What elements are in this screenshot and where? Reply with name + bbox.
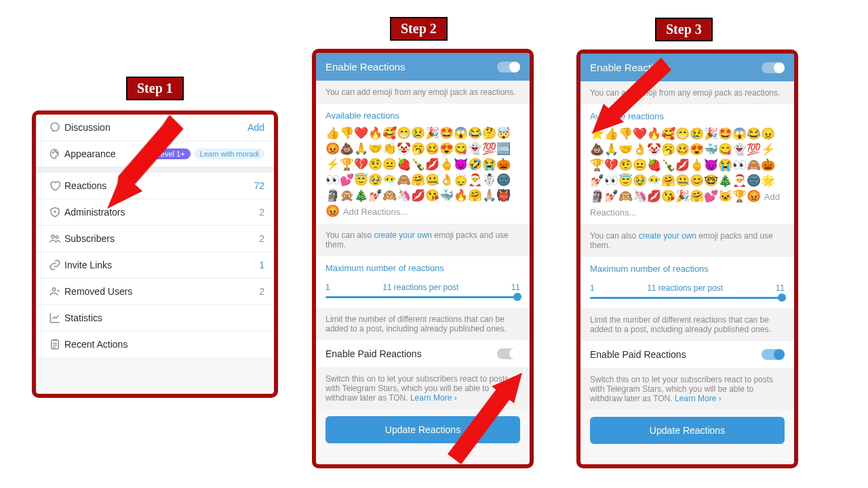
paid-hint: Switch this on to let your subscribers r… [580,368,794,410]
add-reactions-button[interactable]: Add Reactions... [343,207,408,217]
create-own-link[interactable]: create your own [639,231,696,241]
svg-point-6 [52,288,56,291]
row-label: Removed Users [64,286,259,297]
svg-point-1 [52,152,54,154]
max-reactions-title: Maximum number of reactions [580,257,794,277]
row-label: Recent Actions [64,339,264,350]
max-reactions-title: Maximum number of reactions [316,256,530,276]
emoji-list[interactable]: 👍👎❤️🔥🥰😁😢🎉🤩😱😂🤔🤯😡💩🙏🤝👏🤡🥱🥴😍😋👻💯🆒⚡🏆💔🤨😐🍓🍾💋🖕😈🤣😭🎃… [326,127,511,218]
arrow-icon [434,359,542,468]
clipboard-icon [45,338,64,350]
learn-pill[interactable]: Learn with moradi [195,148,264,159]
row-label: Invite Links [64,260,259,270]
slider-current: 11 reactions per post [647,283,723,293]
emoji-grid[interactable]: 👍👎❤️🔥🥰😁😢🎉🤩😱😂🤔🤯😡💩🙏🤝👏🤡🥱🥴😍😋👻💯🆒⚡🏆💔🤨😐🍓🍾💋🖕😈🤣😭🎃… [316,123,530,224]
description-text: You can add emoji from any emoji pack as… [316,81,530,104]
paid-reactions-row: Enable Paid Reactions [580,341,794,368]
palette-icon [45,148,64,160]
create-pack-hint: You can also create your own emoji packs… [580,224,794,257]
row-invite[interactable]: Invite Links 1 [36,252,274,279]
arrow-icon [88,108,197,217]
arrow-icon [580,51,675,139]
slider-min: 1 [326,283,330,292]
slider-max: 11 [511,283,520,292]
svg-point-5 [56,236,58,239]
emoji-grid[interactable]: ⭐👍👎❤️🔥🥰😁😢🎉🤩😱😂😠💩🙏🤝👌🤡🥱🥴😍🐳😋👻💯⚡🏆💔🤨😐🍓🍾💋🖕😈😭👀🙈🎃… [580,124,794,224]
slider-handle[interactable] [513,293,521,301]
slider-section: 1 11 reactions per post 11 [316,276,530,308]
step-3-label: Step 3 [655,18,713,41]
row-label: Statistics [64,312,264,323]
row-recent[interactable]: Recent Actions [36,331,274,357]
chart-icon [45,312,64,324]
slider-handle[interactable] [778,293,786,302]
row-removed[interactable]: Removed Users 2 [36,279,274,305]
row-label: Subscribers [64,233,259,244]
limit-hint: Limit the number of different reactions … [316,308,530,340]
shield-icon [45,206,64,218]
enable-reactions-header: Enable Reactions [316,53,530,81]
create-own-link[interactable]: create your own [374,230,432,240]
row-value: 1 [259,260,264,270]
paid-reactions-label: Enable Paid Reactions [326,348,497,359]
available-reactions-title: Available reactions [316,104,530,123]
row-subscribers[interactable]: Subscribers 2 [36,226,274,252]
enable-reactions-toggle[interactable] [762,62,785,73]
enable-reactions-toggle[interactable] [497,62,520,73]
slider-min: 1 [590,283,595,293]
row-value: 2 [259,207,264,218]
link-icon [45,259,64,271]
paid-reactions-toggle[interactable] [497,348,520,359]
user-minus-icon [45,285,64,298]
slider-max: 11 [776,283,785,293]
chat-icon [45,121,64,134]
update-reactions-button[interactable]: Update Reactions [590,417,785,444]
reactions-slider[interactable] [326,296,520,298]
step-2-label: Step 2 [390,17,448,41]
limit-hint: Limit the number of different reactions … [580,308,794,341]
learn-more-link[interactable]: Learn More › [675,394,722,403]
row-value: 2 [259,233,264,244]
paid-reactions-toggle[interactable] [762,349,785,360]
svg-point-4 [52,235,55,239]
svg-point-2 [54,151,56,152]
slider-current: 11 reactions per post [382,283,458,292]
people-icon [45,232,64,245]
heart-icon [45,180,64,192]
svg-point-3 [56,152,58,154]
row-statistics[interactable]: Statistics [36,305,274,331]
row-value[interactable]: Add [248,122,264,133]
reactions-slider[interactable] [590,297,785,299]
header-title: Enable Reactions [326,61,497,73]
row-value: 2 [259,286,264,297]
row-value: 72 [254,180,264,191]
create-pack-hint: You can also create your own emoji packs… [316,224,530,256]
paid-reactions-label: Enable Paid Reactions [590,349,762,360]
svg-marker-10 [448,386,512,464]
step-1-label: Step 1 [126,77,184,100]
svg-point-0 [51,123,59,131]
slider-section: 1 11 reactions per post 11 [580,277,794,308]
